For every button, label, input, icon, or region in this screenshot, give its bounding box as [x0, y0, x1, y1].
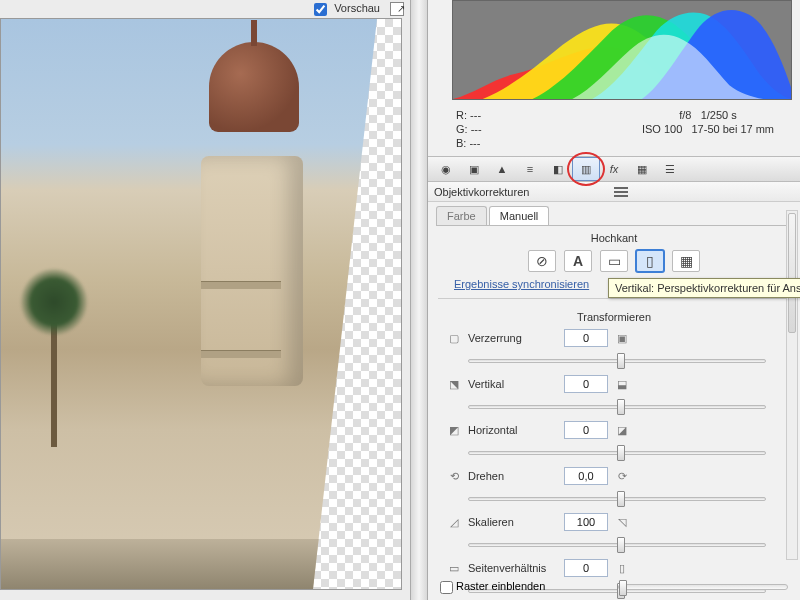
slider-distortion: ▢ Verzerrung 0 ▣ [440, 329, 788, 347]
sync-results-link[interactable]: Ergebnisse synchronisieren [454, 278, 589, 290]
panel-header: Objektivkorrekturen [428, 182, 800, 202]
slider-horizontal: ◩ Horizontal 0 ◪ [440, 421, 788, 439]
panel-scrollbar[interactable] [786, 210, 798, 560]
aspect-left-icon: ▭ [446, 560, 462, 576]
aspect-right-icon: ▯ [614, 560, 630, 576]
vertical-right-icon: ⬓ [614, 376, 630, 392]
horizontal-left-icon: ◩ [446, 422, 462, 438]
meta-iso: ISO 100 [642, 123, 682, 135]
panel-title: Objektivkorrekturen [434, 186, 614, 198]
expand-icon[interactable] [390, 2, 404, 16]
vertical-left-icon: ⬔ [446, 376, 462, 392]
slider-vertical: ⬔ Vertikal 0 ⬓ [440, 375, 788, 393]
meta-g: G: --- [456, 122, 624, 136]
metadata-readout: R: --- G: --- B: --- f/8 1/250 s ISO 100… [428, 106, 800, 156]
preview-checkbox[interactable] [314, 3, 327, 16]
transform-section: Transformieren ▢ Verzerrung 0 ▣ ⬔ Vertik… [428, 305, 800, 600]
image-preview[interactable] [0, 18, 402, 590]
rotate-right-icon: ⟳ [614, 468, 630, 484]
distortion-slider[interactable] [468, 351, 766, 371]
tool-curve[interactable]: ▣ [460, 157, 488, 181]
upright-auto[interactable]: A [564, 250, 592, 272]
scale-slider[interactable] [468, 535, 766, 555]
vertical-value[interactable]: 0 [564, 375, 608, 393]
preview-toggle[interactable]: Vorschau [314, 2, 380, 14]
meta-r: R: --- [456, 108, 624, 122]
tool-hsl[interactable]: ≡ [516, 157, 544, 181]
horizontal-right-icon: ◪ [614, 422, 630, 438]
upright-level[interactable]: ▭ [600, 250, 628, 272]
grid-checkbox[interactable] [440, 581, 453, 594]
tool-lens[interactable]: ▥ [572, 157, 600, 181]
panel-menu-icon[interactable] [614, 187, 794, 197]
horizontal-slider[interactable] [468, 443, 766, 463]
upright-title: Hochkant [440, 232, 788, 244]
meta-shutter: 1/250 s [701, 109, 737, 121]
scale-left-icon: ◿ [446, 514, 462, 530]
scale-value[interactable]: 100 [564, 513, 608, 531]
grid-label: Raster einblenden [456, 580, 545, 592]
rotate-value[interactable]: 0,0 [564, 467, 608, 485]
tab-color[interactable]: Farbe [436, 206, 487, 225]
panel-toolbar: ◉ ▣ ▲ ≡ ◧ ▥ fx ▦ ☰ [428, 156, 800, 182]
upright-vertical[interactable]: ▯ [636, 250, 664, 272]
vertical-slider[interactable] [468, 397, 766, 417]
meta-b: B: --- [456, 136, 624, 150]
meta-aperture: f/8 [679, 109, 691, 121]
tool-camera[interactable]: ▦ [628, 157, 656, 181]
aspect-value[interactable]: 0 [564, 559, 608, 577]
slider-aspect: ▭ Seitenverhältnis 0 ▯ [440, 559, 788, 577]
photo-content [1, 19, 401, 589]
rotate-slider[interactable] [468, 489, 766, 509]
footer: Raster einblenden [440, 580, 788, 594]
histogram[interactable] [452, 0, 792, 100]
horizontal-value[interactable]: 0 [564, 421, 608, 439]
upright-full[interactable]: ▦ [672, 250, 700, 272]
upright-tooltip: Vertikal: Perspektivkorrekturen für Ansi… [608, 278, 800, 298]
grid-size-slider[interactable] [618, 584, 788, 590]
slider-rotate: ⟲ Drehen 0,0 ⟳ [440, 467, 788, 485]
tool-detail[interactable]: ▲ [488, 157, 516, 181]
grid-toggle[interactable]: Raster einblenden [440, 580, 545, 594]
rotate-left-icon: ⟲ [446, 468, 462, 484]
upright-section: Hochkant ⊘ A ▭ ▯ ▦ Ergebnisse synchronis… [428, 226, 800, 292]
preview-label: Vorschau [334, 2, 380, 14]
scale-right-icon: ◹ [614, 514, 630, 530]
panel-divider[interactable] [410, 0, 428, 600]
tool-basic[interactable]: ◉ [432, 157, 460, 181]
distortion-right-icon: ▣ [614, 330, 630, 346]
tool-fx[interactable]: fx [600, 157, 628, 181]
meta-lens: 17-50 bei 17 mm [691, 123, 774, 135]
transform-title: Transformieren [440, 311, 788, 323]
tab-manual[interactable]: Manuell [489, 206, 550, 225]
distortion-value[interactable]: 0 [564, 329, 608, 347]
upright-off[interactable]: ⊘ [528, 250, 556, 272]
tool-presets[interactable]: ☰ [656, 157, 684, 181]
tool-split[interactable]: ◧ [544, 157, 572, 181]
slider-scale: ◿ Skalieren 100 ◹ [440, 513, 788, 531]
distortion-left-icon: ▢ [446, 330, 462, 346]
